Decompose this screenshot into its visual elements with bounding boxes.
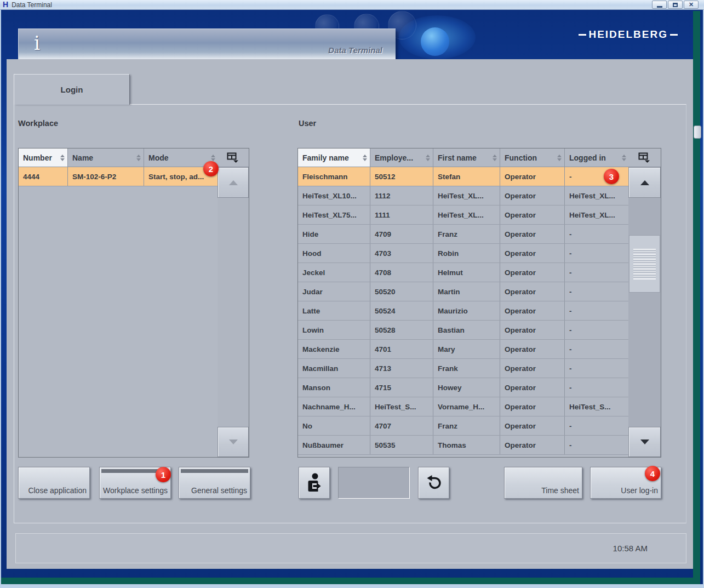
table-cell[interactable]: HeiTest_XL... (565, 205, 628, 224)
table-cell[interactable]: Manson (298, 378, 370, 397)
table-cell[interactable]: Operator (500, 263, 565, 282)
table-cell[interactable]: 50528 (370, 321, 433, 339)
table-cell[interactable]: 4444 (19, 167, 68, 186)
table-cell[interactable]: HeiTest_S... (565, 397, 628, 416)
table-cell[interactable]: Operator (500, 205, 565, 224)
table-row[interactable]: Nachname_H...HeiTest_S...Vorname_H...Ope… (298, 397, 628, 416)
table-cell[interactable]: Operator (500, 282, 565, 301)
column-header-logged-in[interactable]: Logged in (565, 149, 629, 167)
table-cell[interactable]: Jeckel (298, 263, 370, 282)
table-row[interactable]: Lowin50528BastianOperator- (298, 321, 628, 340)
table-cell[interactable]: 4703 (370, 244, 433, 262)
table-cell[interactable]: Robin (433, 244, 500, 262)
table-cell[interactable]: - (565, 436, 628, 454)
table-cell[interactable]: HeiTest_XL10... (298, 186, 370, 205)
table-cell[interactable]: Bastian (433, 321, 500, 339)
table-row[interactable]: Judar50520MartinOperator- (298, 282, 628, 301)
table-cell[interactable]: 50535 (370, 436, 433, 454)
column-header-name[interactable]: Name (68, 149, 144, 167)
table-cell[interactable]: Vorname_H... (433, 397, 500, 416)
table-cell[interactable]: Operator (500, 186, 565, 205)
table-row[interactable]: Fleischmann50512StefanOperator- (298, 167, 628, 186)
column-header-family-name[interactable]: Family name (298, 149, 370, 167)
table-cell[interactable]: 4708 (370, 263, 433, 282)
table-cell[interactable]: 50524 (370, 301, 433, 320)
table-cell[interactable]: 4713 (370, 359, 433, 378)
table-row[interactable]: HeiTest_XL75...1111HeiTest_XL...Operator… (298, 205, 628, 225)
table-row[interactable]: No4707FranzOperator- (298, 416, 628, 436)
table-cell[interactable]: 1111 (370, 205, 433, 224)
table-cell[interactable]: Operator (500, 167, 565, 186)
table-row[interactable]: Latte50524MaurizioOperator- (298, 301, 628, 321)
time-sheet-button[interactable]: Time sheet (504, 467, 582, 499)
table-cell[interactable]: Operator (500, 397, 565, 416)
table-cell[interactable]: 4701 (370, 340, 433, 358)
table-cell[interactable]: - (565, 340, 628, 358)
table-cell[interactable]: Martin (433, 282, 500, 301)
table-cell[interactable]: Franz (433, 225, 500, 243)
scroll-down-button[interactable] (218, 427, 249, 457)
table-cell[interactable]: Lowin (298, 321, 370, 339)
table-cell[interactable]: Operator (500, 244, 565, 262)
table-cell[interactable]: Operator (500, 225, 565, 243)
column-header-function[interactable]: Function (500, 149, 565, 167)
table-cell[interactable]: 4707 (370, 416, 433, 435)
table-cell[interactable]: Operator (500, 359, 565, 378)
table-cell[interactable]: Hide (298, 225, 370, 243)
table-row[interactable]: 4444SM-102-6-P2Start, stop, ad... (19, 167, 218, 186)
table-cell[interactable]: Operator (500, 378, 565, 397)
scroll-up-button[interactable] (628, 167, 661, 198)
table-cell[interactable]: Operator (500, 416, 565, 435)
column-header-number[interactable]: Number (19, 149, 68, 167)
column-picker-button[interactable] (628, 149, 661, 167)
edge-scroll-handle[interactable] (694, 125, 701, 139)
table-row[interactable]: Manson4715HoweyOperator- (298, 378, 628, 397)
column-picker-button[interactable] (218, 149, 249, 167)
undo-button[interactable] (418, 467, 449, 499)
table-cell[interactable]: Helmut (433, 263, 500, 282)
table-row[interactable]: HeiTest_XL10...1112HeiTest_XL...Operator… (298, 186, 628, 205)
scroll-up-button[interactable] (218, 167, 249, 198)
table-row[interactable]: Hide4709FranzOperator- (298, 225, 628, 244)
table-cell[interactable]: HeiTest_XL... (433, 186, 500, 205)
table-cell[interactable]: Thomas (433, 436, 500, 454)
column-header-first-name[interactable]: First name (433, 149, 500, 167)
table-cell[interactable]: Fleischmann (298, 167, 370, 186)
table-cell[interactable]: - (565, 359, 628, 378)
table-cell[interactable]: Franz (433, 416, 500, 435)
table-row[interactable]: Hood4703RobinOperator- (298, 244, 628, 263)
table-cell[interactable]: Nachname_H... (298, 397, 370, 416)
maximize-button[interactable] (668, 1, 683, 9)
table-cell[interactable]: - (565, 263, 628, 282)
table-cell[interactable]: Operator (500, 321, 565, 339)
table-cell[interactable]: Operator (500, 436, 565, 454)
minimize-button[interactable] (652, 1, 667, 9)
scroll-track[interactable] (218, 198, 249, 427)
table-cell[interactable]: 4709 (370, 225, 433, 243)
table-cell[interactable]: SM-102-6-P2 (68, 167, 144, 186)
table-row[interactable]: Mackenzie4701MaryOperator- (298, 340, 628, 359)
table-cell[interactable]: HeiTest_XL... (433, 205, 500, 224)
table-cell[interactable]: 50520 (370, 282, 433, 301)
table-cell[interactable]: - (565, 301, 628, 320)
table-cell[interactable]: - (565, 282, 628, 301)
close-button[interactable]: ✕ (684, 1, 699, 9)
table-cell[interactable]: Operator (500, 340, 565, 358)
scroll-track[interactable] (628, 198, 661, 427)
table-cell[interactable]: Hood (298, 244, 370, 262)
table-cell[interactable]: Stefan (433, 167, 500, 186)
table-cell[interactable]: 4715 (370, 378, 433, 397)
table-cell[interactable]: Operator (500, 301, 565, 320)
table-cell[interactable]: Howey (433, 378, 500, 397)
tab-login[interactable]: Login (14, 74, 130, 105)
column-header-employe[interactable]: Employe... (370, 149, 433, 167)
table-row[interactable]: Jeckel4708HelmutOperator- (298, 263, 628, 282)
table-cell[interactable]: Macmillan (298, 359, 370, 378)
table-cell[interactable]: - (565, 321, 628, 339)
table-cell[interactable]: HeiTest_XL... (565, 186, 628, 205)
user-card-login-button[interactable] (299, 467, 330, 499)
scroll-down-button[interactable] (628, 427, 661, 457)
table-cell[interactable]: - (565, 244, 628, 262)
table-cell[interactable]: No (298, 416, 370, 435)
table-cell[interactable]: Judar (298, 282, 370, 301)
